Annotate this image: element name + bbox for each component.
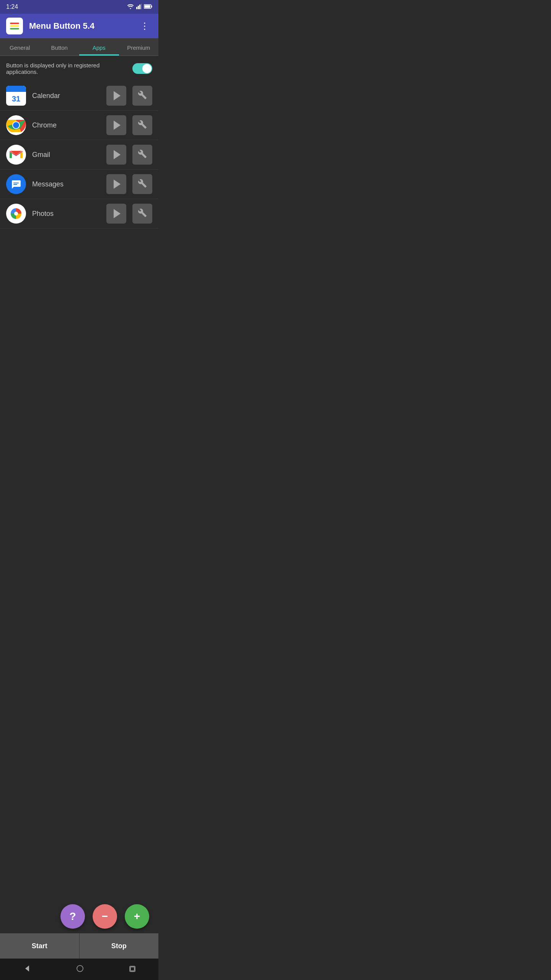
wrench-icon (138, 179, 147, 190)
status-time: 1:24 (6, 3, 18, 10)
registered-apps-toggle[interactable] (132, 63, 152, 74)
svg-rect-6 (145, 5, 150, 8)
chrome-play-button[interactable] (106, 115, 126, 135)
play-icon (114, 121, 121, 130)
app-logo (6, 18, 23, 34)
app-list: 31 Calendar (0, 81, 158, 229)
messages-app-name: Messages (32, 180, 100, 188)
photos-app-name: Photos (32, 210, 100, 218)
svg-rect-5 (152, 6, 152, 8)
wrench-icon (138, 208, 147, 219)
play-icon (114, 150, 121, 159)
messages-play-button[interactable] (106, 174, 126, 194)
messages-app-icon (6, 174, 26, 194)
svg-rect-12 (13, 184, 17, 185)
tab-bar: General Button Apps Premium (0, 38, 158, 56)
toggle-knob (142, 64, 152, 73)
tab-general[interactable]: General (0, 38, 40, 56)
tab-premium[interactable]: Premium (119, 38, 159, 56)
app-bar: Menu Button 5.4 ⋮ (0, 14, 158, 38)
svg-rect-1 (138, 6, 139, 9)
calendar-app-name: Calendar (32, 92, 100, 100)
status-icons (127, 4, 152, 10)
photos-app-icon (6, 204, 26, 224)
play-icon (114, 180, 121, 189)
svg-rect-11 (13, 183, 19, 183)
tab-button[interactable]: Button (40, 38, 80, 56)
signal-icon (136, 4, 142, 10)
chrome-app-name: Chrome (32, 121, 100, 129)
photos-play-button[interactable] (106, 204, 126, 224)
chrome-app-icon (6, 115, 26, 135)
wrench-icon (138, 149, 147, 160)
svg-rect-3 (141, 4, 142, 9)
gmail-app-icon (6, 145, 26, 165)
app-item-photos: Photos (0, 199, 158, 229)
photos-settings-button[interactable] (132, 204, 152, 224)
wrench-icon (138, 90, 147, 101)
status-bar: 1:24 (0, 0, 158, 14)
registered-apps-label: Button is displayed only in registered a… (6, 62, 132, 75)
app-title: Menu Button 5.4 (29, 21, 131, 31)
svg-rect-2 (139, 5, 140, 9)
wrench-icon (138, 120, 147, 131)
gmail-app-name: Gmail (32, 151, 100, 159)
app-item-chrome: Chrome (0, 111, 158, 140)
messages-settings-button[interactable] (132, 174, 152, 194)
tab-apps[interactable]: Apps (79, 38, 119, 56)
app-item-gmail: Gmail (0, 140, 158, 170)
play-icon (114, 91, 121, 100)
play-icon (114, 209, 121, 218)
calendar-play-button[interactable] (106, 86, 126, 106)
more-options-icon[interactable]: ⋮ (137, 18, 152, 34)
wifi-icon (127, 4, 134, 10)
calendar-settings-button[interactable] (132, 86, 152, 106)
calendar-date: 31 (6, 92, 26, 106)
svg-point-10 (13, 122, 19, 128)
app-item-calendar: 31 Calendar (0, 81, 158, 111)
chrome-settings-button[interactable] (132, 115, 152, 135)
battery-icon (144, 4, 152, 10)
app-item-messages: Messages (0, 170, 158, 199)
gmail-play-button[interactable] (106, 145, 126, 165)
registered-apps-toggle-row: Button is displayed only in registered a… (0, 56, 158, 81)
calendar-app-icon: 31 (6, 86, 26, 106)
svg-rect-0 (136, 7, 137, 9)
svg-point-13 (14, 212, 18, 216)
gmail-settings-button[interactable] (132, 145, 152, 165)
